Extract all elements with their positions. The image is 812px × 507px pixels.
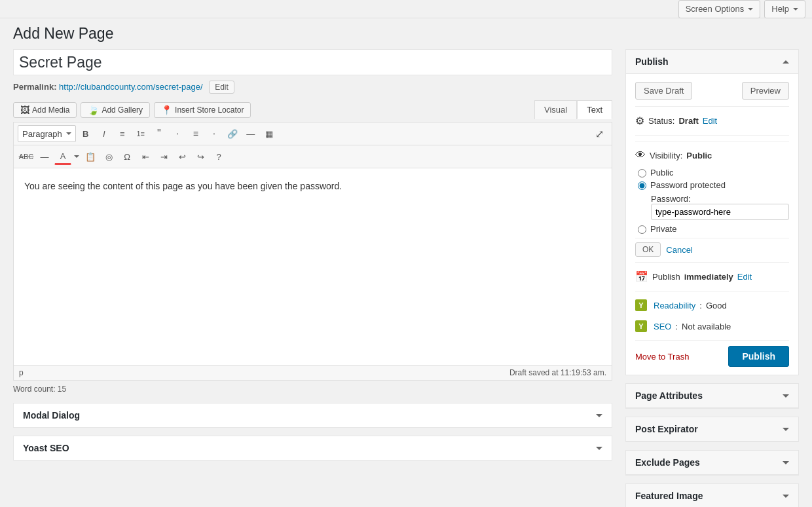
fullscreen-button[interactable]: ⤢ xyxy=(591,125,608,142)
italic-button[interactable]: I xyxy=(96,125,113,142)
metabox-modal-dialog-chevron-icon xyxy=(596,414,602,417)
visibility-public-radio[interactable] xyxy=(638,169,646,178)
publish-when-row: 📅 Publish immediately Edit xyxy=(635,268,789,286)
word-count-value: 15 xyxy=(58,385,66,394)
special-chars-button[interactable]: Ω xyxy=(119,148,136,165)
move-to-trash-link[interactable]: Move to Trash xyxy=(635,352,689,362)
screen-options-chevron-icon xyxy=(748,8,753,10)
insert-store-locator-label: Insert Store Locator xyxy=(175,105,244,115)
word-count-row: Word count: 15 xyxy=(13,383,612,395)
page-attributes-box: Page Attributes xyxy=(625,383,799,409)
seo-value: Not available xyxy=(682,322,731,331)
save-draft-button[interactable]: Save Draft xyxy=(635,82,692,100)
metabox-modal-dialog: Modal Dialog xyxy=(13,403,612,428)
visibility-value: Public xyxy=(686,151,712,160)
unordered-list-button[interactable]: ≡ xyxy=(114,125,131,142)
align-left-button[interactable]: ⬝ xyxy=(169,125,186,142)
publish-when-edit-link[interactable]: Edit xyxy=(737,272,752,282)
exclude-pages-header[interactable]: Exclude Pages xyxy=(626,451,798,475)
post-expirator-header[interactable]: Post Expirator xyxy=(626,417,798,441)
text-color-button[interactable]: A xyxy=(54,148,71,165)
visibility-section: 👁 Visibility: Public Public Password pro… xyxy=(635,141,789,262)
ordered-list-button[interactable]: 1≡ xyxy=(132,125,149,142)
hr-button[interactable]: — xyxy=(36,148,53,165)
publish-when-section: 📅 Publish immediately Edit xyxy=(635,262,789,291)
exclude-pages-chevron-icon xyxy=(783,461,789,464)
seo-row: Y SEO : Not available xyxy=(635,318,789,335)
visibility-cancel-link[interactable]: Cancel xyxy=(666,245,692,255)
add-gallery-button[interactable]: 🍃 Add Gallery xyxy=(81,102,150,118)
metabox-yoast-seo-header[interactable]: Yoast SEO xyxy=(14,436,612,460)
featured-image-header[interactable]: Featured Image xyxy=(626,484,798,507)
permalink-url[interactable]: http://clubandcounty.com/secret-page/ xyxy=(59,82,202,92)
visibility-row: 👁 Visibility: Public xyxy=(635,147,789,164)
publish-when-value: immediately xyxy=(684,272,733,282)
editor-tag: p xyxy=(19,368,24,377)
preview-button[interactable]: Preview xyxy=(742,82,789,100)
yoast-scores-section: Y Readability : Good Y SEO : Not availab… xyxy=(635,291,789,340)
visibility-private-radio[interactable] xyxy=(638,225,646,234)
keyboard-shortcuts-button[interactable]: ? xyxy=(210,148,227,165)
exclude-pages-title: Exclude Pages xyxy=(635,457,700,468)
readability-label[interactable]: Readability xyxy=(654,301,695,310)
password-input[interactable] xyxy=(651,204,789,220)
blockquote-button[interactable]: " xyxy=(151,125,168,142)
visibility-actions: OK Cancel xyxy=(635,238,789,257)
paste-text-button[interactable]: 📋 xyxy=(82,148,99,165)
add-gallery-icon: 🍃 xyxy=(88,105,99,115)
add-media-button[interactable]: 🖼 Add Media xyxy=(13,102,77,118)
password-label: Password: xyxy=(651,194,789,204)
screen-options-button[interactable]: Screen Options xyxy=(678,0,761,18)
publish-when-label: Publish xyxy=(652,272,680,282)
clear-format-button[interactable]: ◎ xyxy=(100,148,117,165)
outdent-button[interactable]: ⇤ xyxy=(137,148,154,165)
metabox-modal-dialog-header[interactable]: Modal Dialog xyxy=(14,404,612,427)
strikethrough-button[interactable]: ABC xyxy=(18,148,35,165)
link-button[interactable]: 🔗 xyxy=(224,125,241,142)
metabox-yoast-seo-title: Yoast SEO xyxy=(23,443,69,453)
add-media-label: Add Media xyxy=(32,105,69,115)
exclude-pages-box: Exclude Pages xyxy=(625,450,799,476)
align-right-button[interactable]: ⬝ xyxy=(206,125,223,142)
page-title-input[interactable] xyxy=(13,49,612,75)
bold-button[interactable]: B xyxy=(77,125,94,142)
permalink-edit-button[interactable]: Edit xyxy=(209,81,234,94)
help-label: Help xyxy=(771,4,789,14)
status-row: ⚙ Status: Draft Edit xyxy=(635,112,789,130)
featured-image-chevron-icon xyxy=(783,495,789,498)
help-button[interactable]: Help xyxy=(764,0,805,18)
tab-text[interactable]: Text xyxy=(577,100,612,119)
status-edit-link[interactable]: Edit xyxy=(703,116,717,126)
page-attributes-chevron-icon xyxy=(783,394,789,398)
horizontal-rule-button[interactable]: — xyxy=(242,125,259,142)
visibility-option-private: Private xyxy=(638,224,789,234)
undo-button[interactable]: ↩ xyxy=(174,148,191,165)
visibility-password-label: Password protected xyxy=(650,180,726,190)
publish-draft-preview-row: Save Draft Preview xyxy=(635,82,789,100)
publish-button[interactable]: Publish xyxy=(728,346,789,367)
paragraph-select[interactable]: Paragraph xyxy=(18,125,76,142)
redo-button[interactable]: ↪ xyxy=(192,148,209,165)
table-button[interactable]: ▦ xyxy=(261,125,278,142)
post-expirator-box: Post Expirator xyxy=(625,417,799,442)
toolbar-row-1: Paragraph B I ≡ 1≡ " ⬝ ≡ ⬝ 🔗 — ▦ ⤢ xyxy=(14,122,612,145)
align-center-button[interactable]: ≡ xyxy=(187,125,204,142)
indent-button[interactable]: ⇥ xyxy=(155,148,172,165)
tab-visual[interactable]: Visual xyxy=(534,100,577,119)
visibility-ok-button[interactable]: OK xyxy=(635,242,661,257)
calendar-icon: 📅 xyxy=(635,271,648,283)
toolbar-row-2: ABC — A 📋 ◎ Ω ⇤ ⇥ ↩ ↪ ? xyxy=(14,145,612,168)
insert-store-locator-button[interactable]: 📍 Insert Store Locator xyxy=(154,102,251,118)
page-attributes-header[interactable]: Page Attributes xyxy=(626,384,798,408)
publish-action-row: Move to Trash Publish xyxy=(635,340,789,367)
editor-footer: p Draft saved at 11:19:53 am. xyxy=(14,365,612,380)
publish-box-header[interactable]: Publish xyxy=(626,50,798,74)
editor-wrap: Paragraph B I ≡ 1≡ " ⬝ ≡ ⬝ 🔗 — ▦ ⤢ ABC xyxy=(13,122,612,381)
readability-value: Good xyxy=(706,301,727,310)
readability-yoast-icon: Y xyxy=(635,299,647,311)
featured-image-title: Featured Image xyxy=(635,491,703,501)
visibility-password-radio[interactable] xyxy=(638,181,646,190)
editor-content[interactable]: You are seeing the content of this page … xyxy=(14,168,612,365)
seo-label[interactable]: SEO xyxy=(654,322,671,331)
status-value: Draft xyxy=(678,116,698,126)
